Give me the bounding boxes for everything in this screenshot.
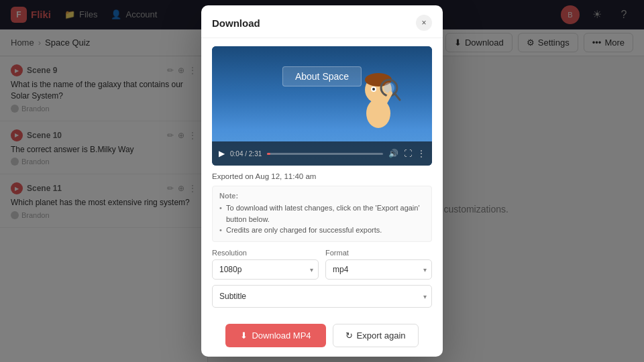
volume-icon[interactable]: 🔊 (388, 149, 398, 158)
resolution-select[interactable]: 1080p 720p 4K (212, 259, 319, 280)
svg-line-7 (394, 93, 400, 100)
dialog-overlay[interactable]: Download × About Space (0, 0, 644, 362)
note-box: Note: To download with latest changes, c… (212, 186, 432, 242)
download-btn-label: Download MP4 (252, 330, 311, 341)
resolution-select-wrapper: 1080p 720p 4K ▾ (212, 259, 319, 280)
progress-bar[interactable] (267, 153, 383, 155)
subtitle-group: Subtitle None ▾ (212, 285, 432, 308)
note-label: Note: (219, 192, 425, 200)
play-icon[interactable]: ▶ (219, 149, 225, 158)
form-row-options: Resolution 1080p 720p 4K ▾ Format (212, 249, 432, 280)
video-more-icon[interactable]: ⋮ (417, 149, 425, 158)
export-btn-label: Export again (357, 330, 406, 341)
export-again-button[interactable]: ↻ Export again (333, 324, 419, 347)
format-label: Format (325, 249, 432, 257)
dialog-footer: ⬇ Download MP4 ↻ Export again (201, 324, 443, 357)
note-item-2: Credits are only charged for successful … (219, 225, 425, 236)
video-controls: ▶ 0:04 / 2:31 🔊 ⛶ ⋮ (212, 141, 432, 166)
close-button[interactable]: × (416, 15, 432, 31)
subtitle-select[interactable]: Subtitle None (212, 285, 432, 308)
format-select[interactable]: mp4 mov gif (325, 259, 432, 280)
resolution-group: Resolution 1080p 720p 4K ▾ (212, 249, 319, 280)
exported-text: Exported on Aug 12, 11:40 am (212, 172, 432, 180)
time-display: 0:04 / 2:31 (230, 150, 262, 158)
dialog-header: Download × (201, 5, 443, 38)
video-preview: About Space (212, 46, 432, 166)
format-group: Format mp4 mov gif ▾ (325, 249, 432, 280)
fullscreen-icon[interactable]: ⛶ (404, 149, 412, 158)
download-dialog: Download × About Space (201, 5, 443, 357)
dialog-title: Download (212, 17, 260, 29)
format-select-wrapper: mp4 mov gif ▾ (325, 259, 432, 280)
video-character (352, 60, 405, 133)
resolution-label: Resolution (212, 249, 319, 257)
svg-point-4 (372, 88, 375, 90)
download-mp4-button[interactable]: ⬇ Download MP4 (225, 324, 325, 347)
note-item-1: To download with latest changes, click o… (219, 202, 425, 225)
progress-fill (267, 153, 270, 155)
dialog-body: About Space (201, 38, 443, 324)
video-title-badge: About Space (282, 66, 362, 86)
download-btn-icon: ⬇ (240, 330, 248, 341)
refresh-icon: ↻ (345, 330, 353, 341)
svg-point-6 (384, 82, 394, 93)
